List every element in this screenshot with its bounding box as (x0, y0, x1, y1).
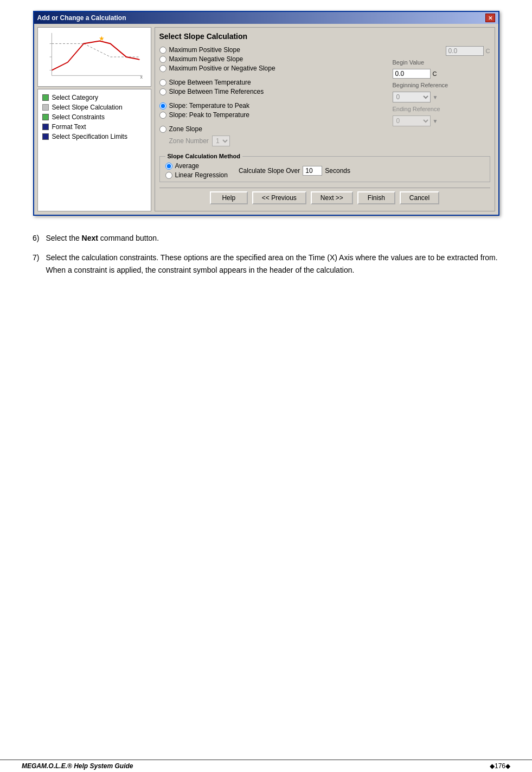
radio-linear-regression-input[interactable] (165, 172, 172, 179)
radio-slope-between-time[interactable]: Slope Between Time References (159, 88, 386, 95)
left-panel: ★ x Select Category Select Slope Ca (37, 27, 151, 211)
doc-item-7-number: 7) (33, 252, 39, 276)
calc-over-input[interactable] (303, 166, 322, 176)
radio-average-input[interactable] (165, 163, 172, 170)
seconds-label: Seconds (325, 167, 350, 175)
right-panel-title: Select Slope Calculation (159, 32, 490, 41)
radio-slope-peak-to-temp[interactable]: Slope: Peak to Temperature (159, 111, 386, 119)
page-footer: MEGAM.O.L.E.® Help System Guide ◆176◆ (0, 760, 532, 772)
svg-text:x: x (140, 74, 143, 80)
ending-ref-select: 0 (393, 115, 431, 126)
radio-slope-peak-to-temp-input[interactable] (159, 112, 166, 119)
dialog-title: Add or Change a Calculation (37, 14, 126, 22)
cancel-button[interactable]: Cancel (400, 191, 439, 204)
nav-item-select-category[interactable]: Select Category (42, 93, 146, 102)
doc-item-6-text: Select the Next command button. (46, 232, 159, 244)
method-radio-group: Average Linear Regression (165, 162, 228, 179)
nav-item-select-slope[interactable]: Select Slope Calculation (42, 102, 146, 112)
dialog-titlebar: Add or Change a Calculation ✕ (34, 12, 498, 24)
calc-over-row: Calculate Slope Over Seconds (239, 166, 350, 176)
beginning-ref-select[interactable]: 0 (393, 92, 431, 102)
top-value-input (446, 46, 484, 56)
begin-value-unit-label: C (433, 70, 437, 77)
begin-value-heading: Begin Value (393, 59, 490, 66)
begin-value-row: C (393, 69, 490, 79)
button-bar: Help << Previous Next >> Finish Cancel (159, 188, 490, 207)
radio-slope-between-temp-input[interactable] (159, 79, 166, 86)
radio-zone-slope-input[interactable] (159, 126, 166, 133)
dialog-close-button[interactable]: ✕ (485, 14, 495, 22)
doc-item-6: 6) Select the Next command button. (22, 232, 510, 244)
zone-number-select[interactable]: 1 2 3 (212, 136, 230, 146)
radio-max-positive-slope-label: Maximum Positive Slope (169, 46, 240, 54)
radio-max-pos-neg-slope-input[interactable] (159, 65, 166, 72)
slope-method-fieldset: Slope Calculation Method Average Linear … (159, 153, 490, 182)
radio-max-negative-slope[interactable]: Maximum Negative Slope (159, 55, 386, 63)
beginning-reference-group: Beginning Reference 0 ▼ (393, 82, 490, 102)
dialog-body: ★ x Select Category Select Slope Ca (34, 24, 498, 215)
ending-reference-heading: Ending Reference (393, 106, 490, 112)
ending-ref-dropdown-icon: ▼ (433, 118, 438, 124)
nav-item-label-select-constraints: Select Constraints (52, 113, 105, 121)
options-row: Maximum Positive Slope Maximum Negative … (159, 46, 490, 146)
radio-average[interactable]: Average (165, 162, 228, 170)
doc-item-6-text-before: Select the (46, 234, 81, 242)
radio-slope-between-temp-label: Slope Between Temperature (169, 79, 251, 86)
radio-slope-between-temp[interactable]: Slope Between Temperature (159, 79, 386, 86)
radio-max-pos-neg-slope[interactable]: Maximum Positive or Negative Slope (159, 65, 386, 72)
add-change-calculation-dialog: Add or Change a Calculation ✕ ★ (33, 11, 499, 216)
help-button[interactable]: Help (210, 191, 248, 204)
radio-options-group: Maximum Positive Slope Maximum Negative … (159, 46, 386, 146)
radio-linear-regression-label: Linear Regression (175, 171, 228, 179)
radio-max-negative-slope-input[interactable] (159, 56, 166, 63)
radio-slope-temp-to-peak-label: Slope: Temperature to Peak (169, 102, 250, 110)
slope-radio-group: Maximum Positive Slope Maximum Negative … (159, 46, 386, 146)
previous-button[interactable]: << Previous (252, 191, 306, 204)
nav-item-color-select-spec-limits (42, 133, 49, 140)
radio-slope-between-time-label: Slope Between Time References (169, 88, 264, 95)
finish-button[interactable]: Finish (357, 191, 395, 204)
next-button[interactable]: Next >> (311, 191, 353, 204)
doc-item-7: 7) Select the calculation constraints. T… (22, 252, 510, 276)
radio-slope-temp-to-peak-input[interactable] (159, 102, 166, 110)
radio-slope-between-time-input[interactable] (159, 88, 166, 95)
radio-slope-temp-to-peak[interactable]: Slope: Temperature to Peak (159, 102, 386, 110)
radio-zone-slope[interactable]: Zone Slope (159, 125, 386, 133)
radio-max-positive-slope-input[interactable] (159, 47, 166, 54)
doc-item-6-text-bold: Next (82, 234, 98, 242)
document-content: 6) Select the Next command button. 7) Se… (22, 227, 510, 289)
nav-items-list: Select Category Select Slope Calculation… (37, 89, 151, 211)
radio-zone-slope-label: Zone Slope (169, 125, 202, 133)
zone-number-label: Zone Number (169, 137, 209, 145)
nav-item-select-spec-limits[interactable]: Select Specification Limits (42, 132, 146, 141)
beginning-ref-dropdown-icon: ▼ (433, 94, 438, 100)
begin-value-group: Begin Value C (393, 59, 490, 79)
nav-item-color-select-constraints (42, 114, 49, 120)
nav-item-label-select-spec-limits: Select Specification Limits (52, 133, 127, 140)
calc-over-label: Calculate Slope Over (239, 167, 300, 175)
slope-method-legend: Slope Calculation Method (165, 153, 242, 159)
nav-item-color-select-category (42, 94, 49, 101)
radio-max-negative-slope-label: Maximum Negative Slope (169, 55, 243, 63)
zone-number-row: Zone Number 1 2 3 (169, 136, 386, 146)
radio-max-positive-slope[interactable]: Maximum Positive Slope (159, 46, 386, 54)
doc-item-6-text-after: command button. (98, 234, 159, 242)
ending-reference-group: Ending Reference 0 ▼ (393, 106, 490, 126)
doc-item-6-number: 6) (33, 232, 39, 244)
footer-left-text: MEGAM.O.L.E.® Help System Guide (22, 762, 133, 770)
radio-linear-regression[interactable]: Linear Regression (165, 171, 228, 179)
begin-value-input[interactable] (393, 69, 431, 79)
right-values-group: C Begin Value C Beginning Reference (393, 46, 490, 146)
nav-item-label-select-slope: Select Slope Calculation (52, 104, 123, 111)
footer-right-text: ◆176◆ (490, 762, 510, 770)
nav-item-label-select-category: Select Category (52, 94, 98, 101)
nav-item-select-constraints[interactable]: Select Constraints (42, 112, 146, 122)
doc-item-7-text: Select the calculation constraints. Thes… (46, 252, 510, 276)
right-panel: Select Slope Calculation Maximum Positiv… (155, 27, 495, 211)
top-value-unit-label: C (486, 48, 490, 54)
beginning-reference-heading: Beginning Reference (393, 82, 490, 88)
beginning-ref-row: 0 ▼ (393, 92, 490, 102)
nav-item-format-text[interactable]: Format Text (42, 122, 146, 132)
ending-ref-row: 0 ▼ (393, 115, 490, 126)
svg-line-3 (84, 43, 110, 57)
